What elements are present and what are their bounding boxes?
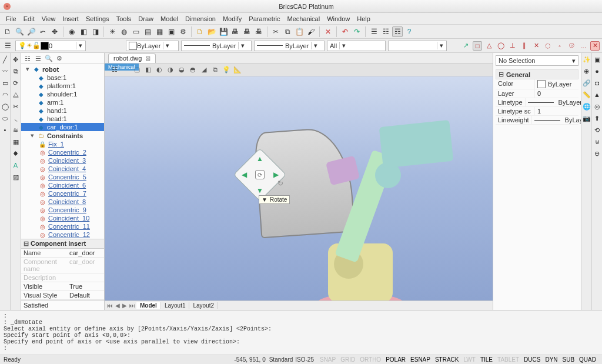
iso-view-icon[interactable]: ◧ [78,26,89,37]
manip-rotate-icon[interactable]: ⟳ [255,170,265,179]
manip-left-icon[interactable]: ◀ [240,171,248,179]
vp-loft-icon[interactable]: ◒ [178,66,186,74]
camera-icon[interactable]: 📷 [583,114,591,122]
visualstyle-icon[interactable]: ◍ [119,26,129,37]
print-icon[interactable]: 🖶 [230,26,240,37]
tree-constraint[interactable]: ◎Coincident_4 [21,165,104,173]
status-toggle-tablet[interactable]: TABLET [495,356,521,363]
tree-constraint[interactable]: ◎Concentric_11 [21,222,104,231]
perspective-icon[interactable]: ◨ [90,26,101,37]
qnew-icon[interactable]: 🗋 [2,26,13,37]
tree-constraint[interactable]: 🔒Fix_1 [21,140,104,148]
copy-icon[interactable]: ⧉ [282,26,293,37]
status-toggle-dyn[interactable]: DYN [543,356,560,363]
status-toggle-lwt[interactable]: LWT [461,356,478,363]
menu-settings[interactable]: Settings [82,14,113,24]
snap-perp-icon[interactable]: ⊥ [508,41,517,51]
tab-nav-next-icon[interactable]: ▶ [121,302,128,309]
vp-cube-icon[interactable]: ◧ [144,66,152,74]
tab-tree-icon[interactable]: ☰ [34,54,42,62]
menu-model[interactable]: Model [157,14,182,24]
vp-revolve-icon[interactable]: ◑ [166,66,175,74]
extrude-icon[interactable]: ⬆ [593,114,601,122]
manip-orbit-icon[interactable]: ↻ [277,179,283,188]
union-icon[interactable]: ⊎ [593,138,601,146]
linetype-combo[interactable]: ByLayer▾ [181,41,252,51]
mirror-icon[interactable]: ⧋ [12,91,20,99]
zoom-window-icon[interactable]: 🔎 [26,26,36,37]
vp-constraint-icon[interactable]: ⧉ [211,66,219,74]
polyline-icon[interactable]: 〰 [1,67,9,75]
layout-tab-model[interactable]: Model [136,302,161,309]
window-close-button[interactable]: × [4,3,11,10]
wand-icon[interactable]: ✨ [583,55,591,64]
layer-combo[interactable]: 💡☀🔓 0▾ [15,41,86,51]
cut-icon[interactable]: ✂ [270,26,281,37]
help-icon[interactable]: ? [404,26,414,37]
regen-icon[interactable]: ◉ [66,26,77,37]
status-toggle-tile[interactable]: TILE [478,356,495,363]
tree-part[interactable]: ◆arm:1 [21,98,104,106]
properties-icon[interactable]: ☰ [369,26,379,37]
tree-part[interactable]: ◆platform:1 [21,82,104,90]
ellipse-icon[interactable]: ⬭ [1,114,9,122]
status-annoscale[interactable]: ISO-25 [295,356,314,363]
sheet-icon[interactable]: ▣ [166,26,176,37]
layout-icon[interactable]: ▤ [142,26,153,37]
snap-parallel-icon[interactable]: ∥ [520,41,529,51]
status-toggle-ortho[interactable]: ORTHO [357,356,383,363]
manip-up-icon[interactable]: ▲ [256,155,264,163]
publish-icon[interactable]: 🖶 [253,26,264,37]
menu-edit[interactable]: Edit [20,14,38,24]
redo-icon[interactable]: ↷ [352,26,362,37]
line-icon[interactable]: ╱ [1,55,9,64]
snap-ext-icon[interactable]: … [578,41,588,51]
move-icon[interactable]: ✥ [12,55,20,64]
properties-group-general[interactable]: ⊟General [496,69,578,79]
manip-down-icon[interactable]: ▼ [256,186,264,195]
property-row[interactable]: LinetypeByLayer [496,98,578,107]
tab-gear-icon[interactable]: ⚙ [55,54,63,62]
lineweight-combo[interactable]: ByLayer▾ [254,41,325,51]
gear-icon[interactable]: ⚙ [178,26,188,37]
status-toggle-ducs[interactable]: DUCS [521,356,543,363]
torus-icon[interactable]: ◎ [593,102,601,111]
point-icon[interactable]: • [1,126,9,134]
selection-dropdown[interactable]: No Selection▾ [496,55,578,66]
vp-chamfer-icon[interactable]: ◢ [200,66,208,74]
tab-model-icon[interactable]: ☷ [24,54,32,62]
vp-box-icon[interactable]: ▢ [133,66,141,74]
fillet-icon[interactable]: ◟ [12,114,20,122]
snap-intersect-icon[interactable]: ✕ [531,41,541,51]
menu-modify[interactable]: Modify [219,14,245,24]
property-row[interactable]: Layer0 [496,89,578,98]
status-dimstyle[interactable]: Standard [269,356,293,363]
tree-constraint[interactable]: ◎Concentric_12 [21,231,104,239]
property-row[interactable]: ColorByLayer [496,79,578,89]
status-toggle-sub[interactable]: SUB [560,356,577,363]
menu-draw[interactable]: Draw [135,14,157,24]
trim-icon[interactable]: ✂ [12,102,20,111]
rectangle-icon[interactable]: ▭ [1,79,9,87]
plotstyle-combo[interactable]: ▾ [388,41,447,51]
tree-constraint[interactable]: ◎Coincident_8 [21,198,104,206]
tree-part[interactable]: ◆head:1 [21,115,104,123]
status-toggle-strack[interactable]: STRACK [433,356,461,363]
viewport-icon[interactable]: ▦ [154,26,165,37]
measure-icon[interactable]: 📏 [583,91,591,99]
snap-center-icon[interactable]: ◯ [496,41,506,51]
undo-icon[interactable]: ↶ [340,26,350,37]
menu-help[interactable]: Help [353,14,374,24]
tab-nav-prev-icon[interactable]: ◀ [114,302,121,309]
tab-find-icon[interactable]: 🔍 [45,54,53,62]
vp-shell-icon[interactable]: ◓ [189,66,197,74]
offset-icon[interactable]: ≋ [12,126,20,134]
tree-part[interactable]: ◆base:1 [21,74,104,82]
mech-browser-icon[interactable]: ☶ [392,26,403,37]
menu-view[interactable]: View [38,14,59,24]
status-toggle-polar[interactable]: POLAR [383,356,408,363]
color-combo[interactable]: ByLayer▾ [126,41,179,51]
document-tab[interactable]: robot.dwg ⊠ [108,54,156,63]
menu-tools[interactable]: Tools [113,14,135,24]
tree-constraint[interactable]: ◎Coincident_10 [21,214,104,222]
